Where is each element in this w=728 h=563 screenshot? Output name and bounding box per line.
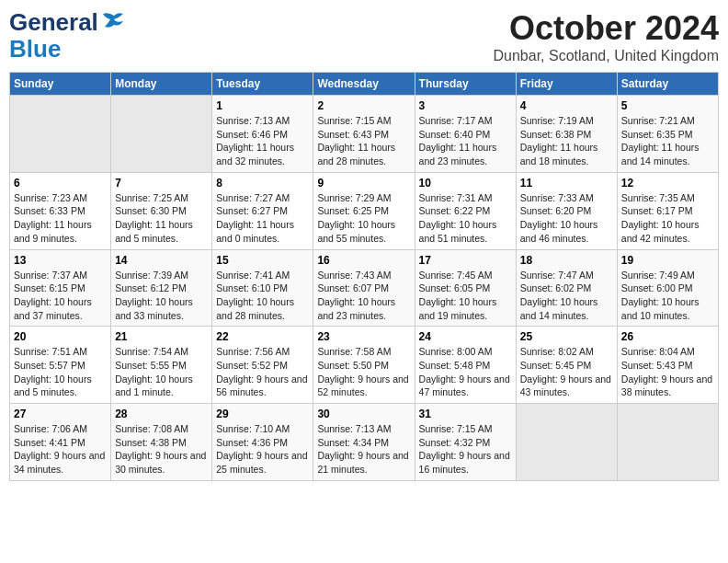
- day-info: Sunrise: 7:19 AMSunset: 6:38 PMDaylight:…: [520, 114, 613, 168]
- day-number: 2: [317, 99, 410, 112]
- calendar-cell: 22Sunrise: 7:56 AMSunset: 5:52 PMDayligh…: [212, 327, 313, 404]
- calendar-cell: 28Sunrise: 7:08 AMSunset: 4:38 PMDayligh…: [111, 404, 212, 481]
- calendar-cell: 21Sunrise: 7:54 AMSunset: 5:55 PMDayligh…: [111, 327, 212, 404]
- day-info: Sunrise: 7:15 AMSunset: 4:32 PMDaylight:…: [419, 422, 512, 477]
- calendar-cell: 2Sunrise: 7:15 AMSunset: 6:43 PMDaylight…: [313, 96, 415, 173]
- calendar-cell: [111, 96, 212, 173]
- day-info: Sunrise: 7:17 AMSunset: 6:40 PMDaylight:…: [419, 114, 512, 168]
- calendar-week-5: 27Sunrise: 7:06 AMSunset: 4:41 PMDayligh…: [10, 404, 719, 481]
- day-number: 17: [419, 254, 512, 267]
- weekday-header-saturday: Saturday: [617, 73, 718, 96]
- day-number: 29: [216, 408, 309, 420]
- day-number: 13: [14, 254, 107, 267]
- calendar-cell: 11Sunrise: 7:33 AMSunset: 6:20 PMDayligh…: [516, 172, 617, 249]
- calendar-cell: 15Sunrise: 7:41 AMSunset: 6:10 PMDayligh…: [212, 249, 313, 327]
- day-info: Sunrise: 8:04 AMSunset: 5:43 PMDaylight:…: [621, 345, 714, 399]
- day-info: Sunrise: 7:31 AMSunset: 6:22 PMDaylight:…: [419, 191, 512, 246]
- bird-icon: [101, 12, 127, 32]
- weekday-header-monday: Monday: [111, 73, 212, 96]
- page-subtitle: Dunbar, Scotland, United Kingdom: [494, 48, 719, 64]
- day-info: Sunrise: 7:41 AMSunset: 6:10 PMDaylight:…: [216, 269, 309, 323]
- day-number: 12: [621, 177, 714, 190]
- day-info: Sunrise: 7:27 AMSunset: 6:27 PMDaylight:…: [216, 191, 309, 246]
- calendar-cell: 9Sunrise: 7:29 AMSunset: 6:25 PMDaylight…: [313, 172, 415, 249]
- calendar-cell: 13Sunrise: 7:37 AMSunset: 6:15 PMDayligh…: [10, 249, 111, 327]
- calendar-cell: 4Sunrise: 7:19 AMSunset: 6:38 PMDaylight…: [516, 96, 617, 173]
- day-info: Sunrise: 7:49 AMSunset: 6:00 PMDaylight:…: [621, 269, 714, 323]
- calendar-table: SundayMondayTuesdayWednesdayThursdayFrid…: [9, 72, 719, 481]
- day-number: 22: [216, 330, 309, 343]
- calendar-cell: 17Sunrise: 7:45 AMSunset: 6:05 PMDayligh…: [415, 249, 516, 327]
- weekday-header-wednesday: Wednesday: [313, 73, 415, 96]
- day-number: 11: [520, 177, 613, 190]
- day-number: 25: [520, 330, 613, 343]
- calendar-cell: 14Sunrise: 7:39 AMSunset: 6:12 PMDayligh…: [111, 249, 212, 327]
- page-title: October 2024: [494, 9, 719, 48]
- day-number: 1: [216, 99, 309, 112]
- day-number: 28: [115, 408, 208, 420]
- day-number: 24: [419, 330, 512, 343]
- day-info: Sunrise: 8:00 AMSunset: 5:48 PMDaylight:…: [419, 345, 512, 399]
- day-info: Sunrise: 7:23 AMSunset: 6:33 PMDaylight:…: [14, 191, 107, 246]
- calendar-cell: 8Sunrise: 7:27 AMSunset: 6:27 PMDaylight…: [212, 172, 313, 249]
- day-info: Sunrise: 7:37 AMSunset: 6:15 PMDaylight:…: [14, 269, 107, 323]
- day-number: 8: [216, 177, 309, 190]
- day-info: Sunrise: 7:06 AMSunset: 4:41 PMDaylight:…: [14, 422, 107, 477]
- day-number: 7: [115, 177, 208, 190]
- day-info: Sunrise: 7:08 AMSunset: 4:38 PMDaylight:…: [115, 422, 208, 477]
- day-info: Sunrise: 7:58 AMSunset: 5:50 PMDaylight:…: [317, 345, 410, 399]
- calendar-cell: 6Sunrise: 7:23 AMSunset: 6:33 PMDaylight…: [10, 172, 111, 249]
- calendar-cell: 5Sunrise: 7:21 AMSunset: 6:35 PMDaylight…: [617, 96, 718, 173]
- calendar-cell: 20Sunrise: 7:51 AMSunset: 5:57 PMDayligh…: [10, 327, 111, 404]
- calendar-cell: 18Sunrise: 7:47 AMSunset: 6:02 PMDayligh…: [516, 249, 617, 327]
- calendar-cell: 1Sunrise: 7:13 AMSunset: 6:46 PMDaylight…: [212, 96, 313, 173]
- day-number: 15: [216, 254, 309, 267]
- calendar-week-3: 13Sunrise: 7:37 AMSunset: 6:15 PMDayligh…: [10, 249, 719, 327]
- day-number: 27: [14, 408, 107, 420]
- weekday-header-tuesday: Tuesday: [212, 73, 313, 96]
- calendar-cell: 31Sunrise: 7:15 AMSunset: 4:32 PMDayligh…: [415, 404, 516, 481]
- day-info: Sunrise: 7:21 AMSunset: 6:35 PMDaylight:…: [621, 114, 714, 168]
- calendar-cell: 26Sunrise: 8:04 AMSunset: 5:43 PMDayligh…: [617, 327, 718, 404]
- day-number: 14: [115, 254, 208, 267]
- calendar-cell: 7Sunrise: 7:25 AMSunset: 6:30 PMDaylight…: [111, 172, 212, 249]
- day-number: 19: [621, 254, 714, 267]
- day-number: 9: [317, 177, 410, 190]
- day-info: Sunrise: 7:15 AMSunset: 6:43 PMDaylight:…: [317, 114, 410, 168]
- day-info: Sunrise: 7:54 AMSunset: 5:55 PMDaylight:…: [115, 345, 208, 399]
- day-number: 3: [419, 99, 512, 112]
- day-number: 10: [419, 177, 512, 190]
- calendar-week-1: 1Sunrise: 7:13 AMSunset: 6:46 PMDaylight…: [10, 96, 719, 173]
- day-number: 21: [115, 330, 208, 343]
- calendar-cell: [10, 96, 111, 173]
- calendar-cell: 27Sunrise: 7:06 AMSunset: 4:41 PMDayligh…: [10, 404, 111, 481]
- day-info: Sunrise: 7:47 AMSunset: 6:02 PMDaylight:…: [520, 269, 613, 323]
- title-block: October 2024 Dunbar, Scotland, United Ki…: [494, 9, 719, 64]
- day-info: Sunrise: 7:13 AMSunset: 4:34 PMDaylight:…: [317, 422, 410, 477]
- day-info: Sunrise: 7:25 AMSunset: 6:30 PMDaylight:…: [115, 191, 208, 246]
- day-info: Sunrise: 7:10 AMSunset: 4:36 PMDaylight:…: [216, 422, 309, 477]
- day-info: Sunrise: 7:29 AMSunset: 6:25 PMDaylight:…: [317, 191, 410, 246]
- logo-general-text: General: [9, 9, 98, 36]
- weekday-header-sunday: Sunday: [10, 73, 111, 96]
- day-info: Sunrise: 7:39 AMSunset: 6:12 PMDaylight:…: [115, 269, 208, 323]
- day-info: Sunrise: 7:43 AMSunset: 6:07 PMDaylight:…: [317, 269, 410, 323]
- day-number: 23: [317, 330, 410, 343]
- calendar-cell: 25Sunrise: 8:02 AMSunset: 5:45 PMDayligh…: [516, 327, 617, 404]
- weekday-header-thursday: Thursday: [415, 73, 516, 96]
- calendar-week-2: 6Sunrise: 7:23 AMSunset: 6:33 PMDaylight…: [10, 172, 719, 249]
- day-number: 18: [520, 254, 613, 267]
- calendar-week-4: 20Sunrise: 7:51 AMSunset: 5:57 PMDayligh…: [10, 327, 719, 404]
- weekday-header-friday: Friday: [516, 73, 617, 96]
- day-number: 4: [520, 99, 613, 112]
- day-info: Sunrise: 7:13 AMSunset: 6:46 PMDaylight:…: [216, 114, 309, 168]
- day-number: 26: [621, 330, 714, 343]
- day-number: 30: [317, 408, 410, 420]
- day-number: 16: [317, 254, 410, 267]
- calendar-cell: 29Sunrise: 7:10 AMSunset: 4:36 PMDayligh…: [212, 404, 313, 481]
- calendar-cell: [516, 404, 617, 481]
- day-number: 5: [621, 99, 714, 112]
- calendar-cell: 23Sunrise: 7:58 AMSunset: 5:50 PMDayligh…: [313, 327, 415, 404]
- day-info: Sunrise: 7:33 AMSunset: 6:20 PMDaylight:…: [520, 191, 613, 246]
- day-info: Sunrise: 7:56 AMSunset: 5:52 PMDaylight:…: [216, 345, 309, 399]
